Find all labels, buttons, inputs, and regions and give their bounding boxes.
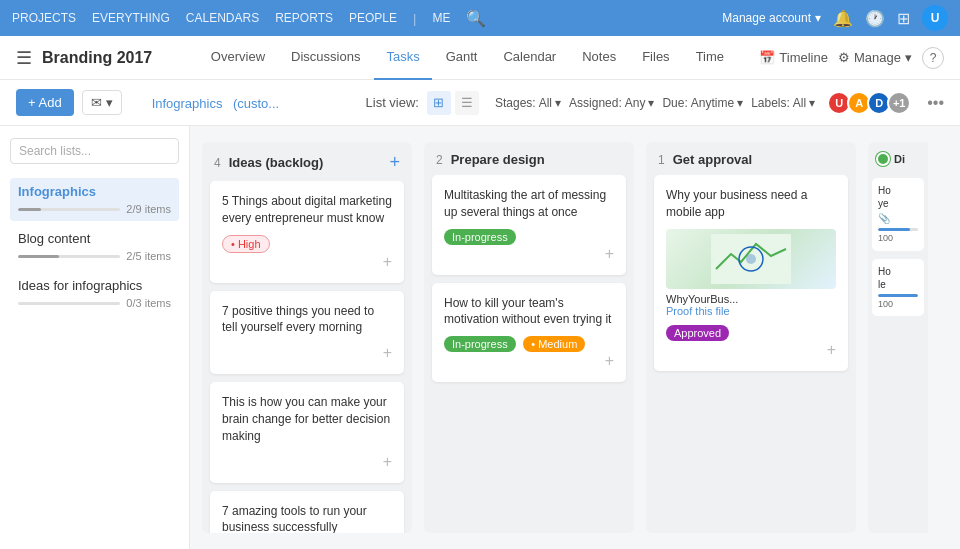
tab-calendar[interactable]: Calendar: [491, 36, 568, 80]
nav-projects[interactable]: PROJECTS: [12, 11, 76, 25]
card-add-btn-5[interactable]: +: [605, 245, 614, 263]
col-title-ideas: Ideas (backlog): [229, 155, 324, 170]
kanban-board: 4 Ideas (backlog) + 5 Things about digit…: [190, 126, 960, 549]
tab-time[interactable]: Time: [684, 36, 736, 80]
card-title-3: This is how you can make your brain chan…: [222, 394, 392, 444]
badge-high: • High: [222, 235, 270, 253]
toolbar: + Add ✉ ▾ Infographics (custo... List vi…: [0, 80, 960, 126]
column-prepare-design: 2 Prepare design Multitasking the art of…: [424, 142, 634, 533]
sidebar-item-infographics[interactable]: Infographics 2/9 items: [10, 178, 179, 221]
labels-filter[interactable]: Labels: All ▾: [751, 96, 815, 110]
user-avatar[interactable]: U: [922, 5, 948, 31]
card-title-multitasking: Multitasking the art of messing up sever…: [444, 187, 614, 221]
col5-card-1[interactable]: Hoye 📎 100: [872, 178, 924, 251]
col-header-done: Di: [868, 142, 928, 174]
sidebar-item-ideas-label: Ideas for infographics: [18, 278, 171, 293]
column-ideas-backlog: 4 Ideas (backlog) + 5 Things about digit…: [202, 142, 412, 533]
proof-link[interactable]: Proof this file: [666, 305, 836, 317]
card-add-btn-6[interactable]: +: [605, 352, 614, 370]
avatar-more[interactable]: +1: [887, 91, 911, 115]
column-header-prepare: 2 Prepare design: [424, 142, 634, 175]
timeline-button[interactable]: 📅 Timeline: [759, 50, 828, 65]
main-content: Search lists... Infographics 2/9 items B…: [0, 126, 960, 549]
stages-filter[interactable]: Stages: All ▾: [495, 96, 561, 110]
badge-approved-1: Approved: [666, 325, 729, 341]
card-add-btn-2[interactable]: +: [383, 344, 392, 362]
sidebar-item-blog[interactable]: Blog content 2/5 items: [10, 225, 179, 268]
col-count-ideas: 4: [214, 156, 221, 170]
sidebar-progress-ideas: 0/3 items: [18, 297, 171, 309]
card-add-btn-7[interactable]: +: [827, 341, 836, 359]
grid-icon[interactable]: ⊞: [897, 9, 910, 28]
tab-overview[interactable]: Overview: [199, 36, 277, 80]
card-multitasking[interactable]: Multitasking the art of messing up sever…: [432, 175, 626, 275]
card-add-btn-3[interactable]: +: [383, 453, 392, 471]
sidebar-item-ideas[interactable]: Ideas for infographics 0/3 items: [10, 272, 179, 315]
due-filter[interactable]: Due: Anytime ▾: [662, 96, 743, 110]
card-title-1: 5 Things about digital marketing every e…: [222, 193, 392, 227]
file-thumbnail: [666, 229, 836, 289]
more-options-icon[interactable]: •••: [927, 94, 944, 112]
sidebar-item-blog-label: Blog content: [18, 231, 171, 246]
nav-reports[interactable]: REPORTS: [275, 11, 333, 25]
nav-people[interactable]: PEOPLE: [349, 11, 397, 25]
column-header-ideas: 4 Ideas (backlog) +: [202, 142, 412, 181]
nav-me[interactable]: ME: [432, 11, 450, 25]
column-cards-prepare: Multitasking the art of messing up sever…: [424, 175, 634, 390]
nav-divider: |: [413, 11, 416, 26]
card-positive-things[interactable]: 7 positive things you need to tell yours…: [210, 291, 404, 375]
col5-card-2-title: Hole: [878, 265, 918, 291]
card-mobile-app[interactable]: Why your business need a mobile app WhyY…: [654, 175, 848, 371]
bell-icon[interactable]: 🔔: [833, 9, 853, 28]
card-brain-change[interactable]: This is how you can make your brain chan…: [210, 382, 404, 482]
file-name: WhyYourBus...: [666, 293, 836, 305]
nav-calendars[interactable]: CALENDARS: [186, 11, 259, 25]
card-amazing-tools[interactable]: 7 amazing tools to run your business suc…: [210, 491, 404, 533]
top-navigation: PROJECTS EVERYTHING CALENDARS REPORTS PE…: [0, 0, 960, 36]
sub-nav-right: 📅 Timeline ⚙ Manage ▾ ?: [759, 47, 944, 69]
hamburger-icon[interactable]: ☰: [16, 47, 32, 69]
grid-view-icon[interactable]: ⊞: [427, 91, 451, 115]
done-status-icon: [876, 152, 890, 166]
tab-discussions[interactable]: Discussions: [279, 36, 372, 80]
column-header-approval: 1 Get approval: [646, 142, 856, 175]
list-view-icon[interactable]: ☰: [455, 91, 479, 115]
filters: Stages: All ▾ Assigned: Any ▾ Due: Anyti…: [495, 91, 944, 115]
tab-notes[interactable]: Notes: [570, 36, 628, 80]
search-icon[interactable]: 🔍: [466, 9, 486, 28]
col-title-done: Di: [894, 153, 905, 165]
badge-inprogress-2: In-progress: [444, 336, 516, 352]
project-title: Branding 2017: [42, 49, 152, 67]
add-button[interactable]: + Add: [16, 89, 74, 116]
col-add-ideas[interactable]: +: [389, 152, 400, 173]
email-chevron: ▾: [106, 95, 113, 110]
card-add-btn-1[interactable]: +: [383, 253, 392, 271]
manage-account-btn[interactable]: Manage account ▾: [722, 11, 821, 25]
card-motivation[interactable]: How to kill your team's motivation witho…: [432, 283, 626, 383]
nav-everything[interactable]: EVERYTHING: [92, 11, 170, 25]
card-digital-marketing[interactable]: 5 Things about digital marketing every e…: [210, 181, 404, 283]
column-cards-approval: Why your business need a mobile app WhyY…: [646, 175, 856, 379]
list-view-controls: List view: ⊞ ☰: [366, 91, 479, 115]
help-button[interactable]: ?: [922, 47, 944, 69]
email-button[interactable]: ✉ ▾: [82, 90, 122, 115]
sidebar: Search lists... Infographics 2/9 items B…: [0, 126, 190, 549]
tab-tasks[interactable]: Tasks: [374, 36, 431, 80]
sub-navigation: ☰ Branding 2017 Overview Discussions Tas…: [0, 36, 960, 80]
search-lists-input[interactable]: Search lists...: [10, 138, 179, 164]
tab-gantt[interactable]: Gantt: [434, 36, 490, 80]
user-avatars: U A D +1: [831, 91, 911, 115]
email-icon: ✉: [91, 95, 102, 110]
sub-nav-tabs: Overview Discussions Tasks Gantt Calenda…: [199, 36, 736, 80]
board-title: Infographics (custo...: [146, 94, 280, 112]
manage-button[interactable]: ⚙ Manage ▾: [838, 50, 912, 65]
clock-icon[interactable]: 🕐: [865, 9, 885, 28]
col-title-prepare: Prepare design: [451, 152, 545, 167]
col5-card-2[interactable]: Hole 100: [872, 259, 924, 317]
tab-files[interactable]: Files: [630, 36, 681, 80]
assigned-filter[interactable]: Assigned: Any ▾: [569, 96, 654, 110]
view-icons: ⊞ ☰: [427, 91, 479, 115]
badge-medium-1: • Medium: [523, 336, 585, 352]
col-count-prepare: 2: [436, 153, 443, 167]
card-file: WhyYourBus... Proof this file: [666, 229, 836, 317]
